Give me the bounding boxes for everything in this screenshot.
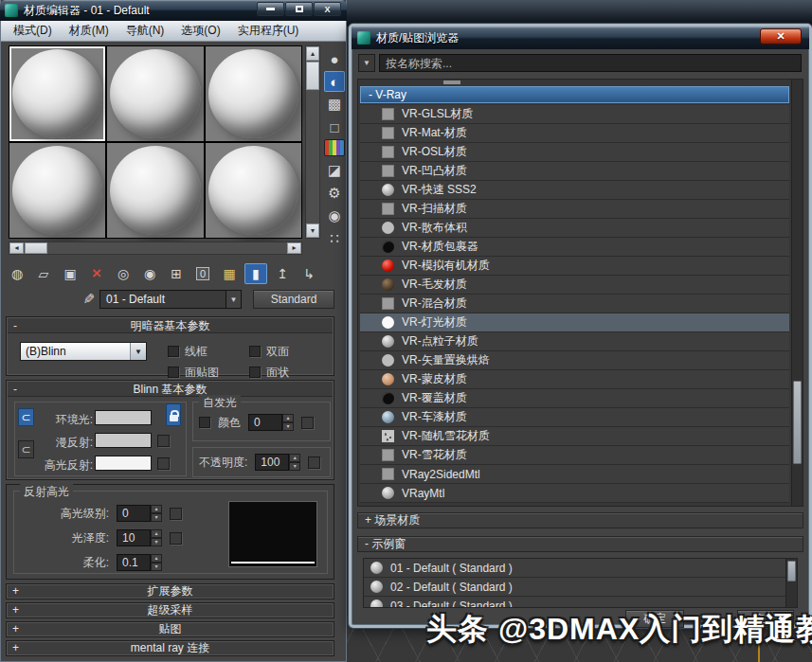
material-list-item[interactable]: VRayMtl: [360, 484, 789, 503]
material-type-button[interactable]: Standard: [253, 290, 334, 309]
material-list-item[interactable]: VR-混合材质: [360, 295, 789, 313]
material-list-item[interactable]: VR-OSL材质: [360, 143, 789, 162]
param-spinner[interactable]: 0▴▾: [117, 505, 162, 522]
sample-horizontal-scrollbar[interactable]: ◂ ▸: [9, 242, 302, 255]
sample-slot-4[interactable]: [9, 143, 105, 238]
lock-ambient-diffuse-icon[interactable]: ⊂: [18, 408, 34, 426]
vray-group-header[interactable]: - V-Ray: [360, 86, 789, 103]
material-name-dropdown[interactable]: 01 - Default ▼: [99, 290, 242, 309]
get-material-icon[interactable]: ◍: [6, 263, 28, 284]
param-spinner[interactable]: 0.1▴▾: [117, 554, 162, 571]
material-list-item[interactable]: VR-蒙皮材质: [360, 370, 789, 389]
scroll-thumb[interactable]: [787, 561, 796, 581]
sample-slot-6[interactable]: [206, 143, 301, 238]
checkbox-box[interactable]: [249, 346, 261, 357]
material-list-item[interactable]: VR-凹凸材质: [360, 162, 789, 181]
color-checkbox[interactable]: [199, 417, 210, 428]
make-material-copy-icon[interactable]: ◎: [112, 263, 135, 284]
pick-material-eyedropper-icon[interactable]: ✎: [81, 290, 98, 309]
menu-item-2[interactable]: 导航(N): [117, 23, 173, 39]
sample-slot-3[interactable]: [206, 46, 301, 141]
checkbox-box[interactable]: [168, 367, 179, 378]
sample-slot-1[interactable]: [9, 46, 105, 141]
sample-uv-tiling-icon[interactable]: □: [324, 116, 345, 137]
options-icon[interactable]: ⚙: [324, 183, 345, 204]
reset-map-icon[interactable]: ×: [85, 263, 108, 284]
close-button[interactable]: X: [314, 2, 341, 16]
select-by-material-icon[interactable]: ◉: [324, 206, 345, 226]
rollout-collapsed-2[interactable]: + 贴图: [6, 621, 334, 637]
material-list-item[interactable]: VR-雪花材质: [360, 446, 789, 465]
scroll-thumb[interactable]: [25, 242, 47, 254]
material-list-item[interactable]: VR-点粒子材质: [360, 332, 789, 351]
rollout-header[interactable]: - 明暗器基本参数: [8, 318, 333, 333]
lock-icon[interactable]: [166, 403, 181, 426]
map-button[interactable]: [170, 508, 182, 520]
sample-list-scrollbar[interactable]: [785, 559, 797, 607]
self-illumination-spinner[interactable]: 0 ▴▾: [248, 414, 294, 431]
checkbox-box[interactable]: [249, 367, 261, 378]
menu-item-3[interactable]: 选项(O): [172, 23, 228, 39]
assign-material-to-selection-icon[interactable]: ▣: [59, 263, 81, 284]
rollout-collapsed-0[interactable]: + 扩展参数: [6, 583, 334, 599]
sample-window-item[interactable]: 02 - Default ( Standard ): [364, 578, 797, 597]
menu-item-1[interactable]: 材质(M): [61, 23, 117, 39]
material-list-item[interactable]: VR-灯光材质: [360, 313, 789, 332]
specular-color-swatch[interactable]: [95, 456, 152, 471]
map-button[interactable]: [170, 532, 182, 545]
rollout-collapsed-3[interactable]: + mental ray 连接: [6, 640, 334, 656]
go-forward-to-sibling-icon[interactable]: ↳: [298, 263, 320, 284]
maximize-button[interactable]: [285, 2, 313, 16]
put-material-to-scene-icon[interactable]: ▱: [32, 263, 55, 284]
ambient-color-swatch[interactable]: [95, 410, 152, 425]
rollout-header[interactable]: - Blinn 基本参数: [8, 382, 333, 397]
generate-preview-icon[interactable]: ◪: [324, 160, 345, 181]
sample-vertical-scrollbar[interactable]: ▴ ▾: [305, 45, 320, 239]
shader-checkbox-1[interactable]: 双面: [249, 341, 331, 362]
chevron-down-icon[interactable]: ▼: [226, 291, 241, 308]
material-list-item[interactable]: VR-扫描材质: [360, 200, 789, 219]
param-spinner[interactable]: 10▴▾: [117, 529, 162, 546]
opacity-spinner[interactable]: 100 ▴▾: [255, 454, 300, 471]
material-list-item[interactable]: VR-材质包裹器: [360, 238, 789, 257]
list-scrollbar[interactable]: [791, 80, 803, 506]
material-map-navigator-icon[interactable]: ∷: [324, 228, 345, 249]
material-list-item[interactable]: VR-快速 SSS2: [360, 181, 789, 200]
material-list-item[interactable]: VR-随机雪花材质: [360, 427, 789, 446]
material-list-item[interactable]: VR-GLSL材质: [360, 105, 789, 124]
diffuse-color-swatch[interactable]: [95, 433, 152, 448]
material-list-item[interactable]: VR-毛发材质: [360, 276, 789, 295]
material-list-item[interactable]: VR-覆盖材质: [360, 389, 789, 408]
sample-window-item[interactable]: 01 - Default ( Standard ): [364, 559, 797, 578]
search-input[interactable]: [379, 54, 802, 72]
sample-windows-section[interactable]: - 示例窗: [357, 536, 803, 552]
material-list-item[interactable]: VRay2SidedMtl: [360, 465, 789, 484]
material-list-item[interactable]: VR-车漆材质: [360, 408, 789, 427]
show-end-result-icon[interactable]: ▮: [244, 263, 267, 284]
scroll-thumb[interactable]: [793, 381, 802, 464]
backlight-icon[interactable]: ◐: [324, 71, 345, 92]
show-map-in-viewport-icon[interactable]: ▦: [218, 263, 241, 284]
go-to-parent-icon[interactable]: ↥: [271, 263, 294, 284]
chevron-down-icon[interactable]: ▼: [130, 343, 146, 360]
video-color-check-icon[interactable]: [324, 139, 345, 156]
material-list-item[interactable]: VR-Mat-材质: [360, 124, 789, 143]
menu-item-0[interactable]: 模式(D): [5, 23, 61, 39]
dialog-close-button[interactable]: ✕: [760, 28, 802, 45]
scroll-down-icon[interactable]: ▾: [306, 224, 319, 238]
scroll-left-icon[interactable]: ◂: [9, 242, 24, 254]
put-to-library-icon[interactable]: ⊞: [165, 263, 188, 284]
checkbox-box[interactable]: [168, 346, 179, 357]
background-icon[interactable]: ▩: [324, 94, 345, 115]
sample-window-item[interactable]: 03 - Default ( Standard ): [364, 597, 797, 608]
dialog-titlebar[interactable]: 材质/贴图浏览器: [352, 27, 809, 49]
material-list-item[interactable]: VR-矢量置换烘焙: [360, 351, 789, 370]
menu-item-4[interactable]: 实用程序(U): [229, 23, 308, 39]
shader-checkbox-0[interactable]: 线框: [168, 341, 249, 362]
editor-titlebar[interactable]: 材质编辑器 - 01 - Default X: [0, 0, 347, 21]
sample-type-icon[interactable]: ●: [324, 48, 345, 69]
scroll-right-icon[interactable]: ▸: [287, 242, 301, 254]
scroll-up-icon[interactable]: ▴: [306, 46, 319, 61]
material-id-channel-icon[interactable]: 0: [191, 263, 214, 284]
rollout-collapsed-1[interactable]: + 超级采样: [6, 602, 334, 618]
